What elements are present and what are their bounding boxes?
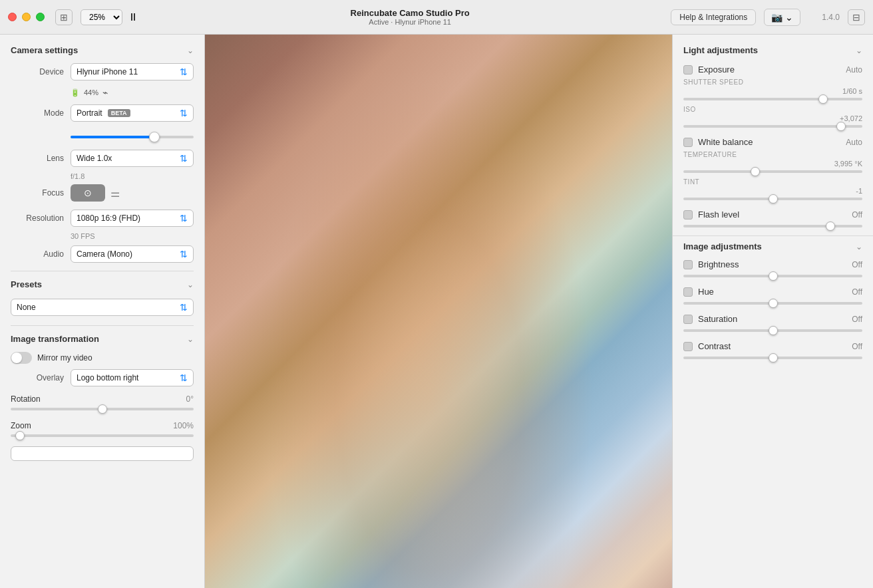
- iso-slider-row: [673, 124, 873, 133]
- hue-checkbox[interactable]: [683, 287, 693, 297]
- shutter-speed-sublabel: SHUTTER SPEED: [673, 78, 873, 86]
- brightness-header: Brightness Off: [683, 259, 862, 269]
- temperature-slider-thumb[interactable]: [751, 167, 760, 176]
- camera-source-button[interactable]: 📷 ⌄: [764, 9, 800, 26]
- resolution-select[interactable]: 1080p 16:9 (FHD) ⇅: [71, 210, 194, 227]
- resolution-label: Resolution: [11, 214, 64, 223]
- audio-label: Audio: [11, 249, 64, 259]
- shutter-slider-row: [673, 96, 873, 106]
- portrait-blur-slider[interactable]: [71, 131, 194, 143]
- grid-view-button[interactable]: ⊟: [848, 9, 865, 25]
- hue-slider[interactable]: [683, 302, 862, 305]
- titlebar-right: Help & Integrations 📷 ⌄ 1.4.0 ⊟: [671, 9, 865, 26]
- device-value: Hlynur iPhone 11: [77, 67, 138, 76]
- tint-slider-thumb[interactable]: [769, 194, 778, 204]
- device-select-arrow-icon: ⇅: [180, 67, 188, 77]
- presets-select-arrow-icon: ⇅: [180, 302, 188, 313]
- flash-level-header: Flash level Off: [683, 210, 862, 220]
- presets-section[interactable]: Presets ⌄: [0, 277, 204, 295]
- mode-select[interactable]: Portrait BETA ⇅: [71, 104, 194, 122]
- zoom-row: Zoom 100%: [0, 418, 204, 433]
- mode-row: Mode Portrait BETA ⇅: [0, 102, 204, 124]
- image-transform-section[interactable]: Image transformation ⌄: [0, 331, 204, 349]
- chevron-down-icon: ⌄: [785, 12, 793, 23]
- saturation-slider-thumb[interactable]: [769, 326, 778, 335]
- focal-label: f/1.8: [0, 172, 204, 182]
- hue-label: Hue: [698, 287, 714, 297]
- zoom-slider-thumb[interactable]: [15, 431, 25, 440]
- zoom-select[interactable]: 25%: [81, 9, 122, 25]
- portrait-blur-thumb[interactable]: [149, 132, 160, 142]
- saturation-checkbox[interactable]: [683, 315, 693, 324]
- saturation-slider[interactable]: [683, 329, 862, 332]
- tint-slider-row: [673, 196, 873, 206]
- zoom-slider[interactable]: [11, 434, 194, 437]
- titlebar: ⊞ 25% ⏸ Reincubate Camo Studio Pro Activ…: [0, 0, 873, 35]
- zoom-value: 100%: [173, 421, 194, 430]
- iso-value: +3,072: [840, 114, 862, 122]
- overlay-row: Overlay Logo bottom right ⇅: [0, 367, 204, 389]
- focus-auto-button[interactable]: ⊙: [71, 184, 105, 202]
- contrast-slider[interactable]: [683, 357, 862, 359]
- mirror-toggle[interactable]: [11, 352, 32, 364]
- brightness-slider-thumb[interactable]: [769, 271, 778, 281]
- mode-beta-badge: BETA: [108, 109, 130, 117]
- lens-select[interactable]: Wide 1.0x ⇅: [71, 150, 194, 167]
- white-balance-header: White balance Auto: [683, 137, 862, 147]
- brightness-slider[interactable]: [683, 275, 862, 277]
- contrast-label: Contrast: [698, 341, 731, 351]
- device-row: Device Hlynur iPhone 11 ⇅: [0, 61, 204, 83]
- exposure-row: Exposure Auto: [673, 61, 873, 78]
- zoom-input[interactable]: [11, 446, 194, 461]
- resolution-select-arrow-icon: ⇅: [180, 213, 188, 223]
- shutter-slider-thumb[interactable]: [818, 94, 828, 104]
- battery-value: 44%: [84, 88, 98, 96]
- resolution-value: 1080p 16:9 (FHD): [77, 214, 140, 223]
- contrast-checkbox[interactable]: [683, 342, 693, 351]
- flash-slider[interactable]: [683, 225, 862, 227]
- tint-slider[interactable]: [683, 198, 862, 200]
- iso-slider[interactable]: [683, 125, 862, 128]
- presets-value: None: [17, 303, 36, 312]
- presets-select[interactable]: None ⇅: [11, 299, 194, 316]
- temperature-sublabel: TEMPERATURE: [673, 151, 873, 158]
- device-select[interactable]: Hlynur iPhone 11 ⇅: [71, 63, 194, 80]
- light-adjustments-section[interactable]: Light adjustments ⌄: [673, 43, 873, 61]
- audio-select[interactable]: Camera (Mono) ⇅: [71, 245, 194, 263]
- app-subtitle: Active · Hlynur iPhone 11: [369, 18, 451, 26]
- usb-icon: ⌁: [102, 87, 108, 98]
- white-balance-checkbox[interactable]: [683, 138, 693, 147]
- close-button[interactable]: [8, 13, 17, 21]
- zoom-label: Zoom: [11, 421, 31, 430]
- flash-slider-thumb[interactable]: [826, 221, 835, 231]
- hue-header: Hue Off: [683, 287, 862, 297]
- minimize-button[interactable]: [22, 13, 31, 21]
- flash-level-value: Off: [852, 210, 862, 220]
- image-adjustments-section[interactable]: Image adjustments ⌄: [673, 235, 873, 255]
- pause-button[interactable]: ⏸: [128, 11, 138, 23]
- flash-level-checkbox[interactable]: [683, 210, 693, 220]
- saturation-label: Saturation: [698, 314, 737, 324]
- fullscreen-button[interactable]: [36, 13, 45, 21]
- exposure-checkbox[interactable]: [683, 65, 693, 74]
- brightness-checkbox[interactable]: [683, 260, 693, 269]
- camera-settings-section[interactable]: Camera settings ⌄: [0, 43, 204, 61]
- rotation-slider[interactable]: [11, 408, 194, 410]
- shutter-slider[interactable]: [683, 98, 862, 100]
- camera-icon: 📷: [771, 12, 783, 23]
- camera-settings-chevron-icon: ⌄: [187, 46, 194, 55]
- sidebar-toggle-button[interactable]: ⊞: [55, 9, 73, 25]
- hue-slider-thumb[interactable]: [769, 299, 778, 308]
- white-balance-label: White balance: [698, 137, 753, 147]
- divider-1: [11, 271, 194, 271]
- focus-settings-button[interactable]: ⚌: [110, 187, 120, 200]
- flash-level-label: Flash level: [698, 210, 739, 220]
- help-integrations-button[interactable]: Help & Integrations: [671, 9, 756, 25]
- light-adjustments-chevron-icon: ⌄: [856, 46, 862, 55]
- overlay-select[interactable]: Logo bottom right ⇅: [71, 369, 194, 386]
- rotation-slider-thumb[interactable]: [98, 404, 107, 414]
- contrast-slider-thumb[interactable]: [769, 353, 778, 363]
- iso-slider-thumb[interactable]: [836, 122, 846, 131]
- focus-row: Focus ⊙ ⚌: [0, 182, 204, 204]
- temperature-slider[interactable]: [683, 170, 862, 173]
